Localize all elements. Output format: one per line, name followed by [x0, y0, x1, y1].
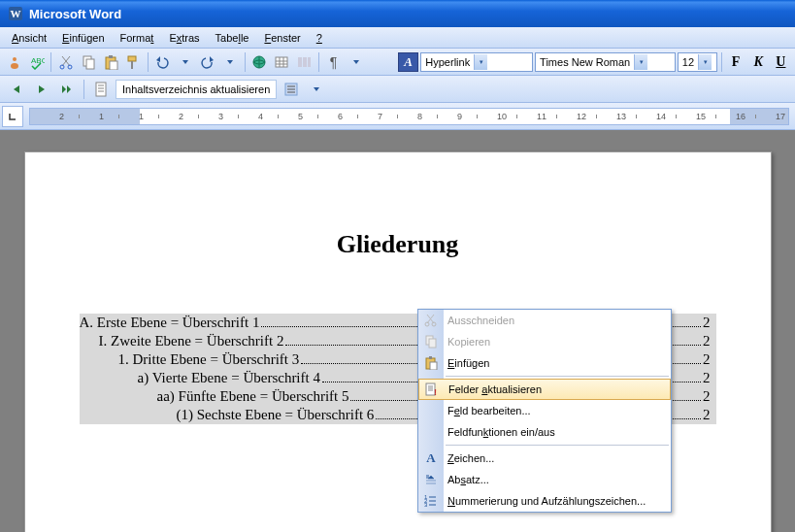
ctx-font[interactable]: A Zeichen... [418, 448, 671, 469]
cut-icon[interactable] [55, 51, 76, 73]
toc-settings-icon[interactable] [281, 79, 302, 100]
ctx-toggle-field-codes[interactable]: Feldfunktionen ein/aus [418, 421, 671, 443]
ctx-toggle-field-codes-label: Feldfunktionen ein/aus [447, 426, 555, 438]
ctx-edit-field-label: Feld bearbeiten... [447, 405, 531, 416]
svg-rect-11 [110, 61, 117, 70]
spellcheck-icon[interactable]: ABC [26, 51, 47, 73]
chevron-down-icon[interactable]: ▾ [698, 54, 712, 70]
tool-unknown-1[interactable] [4, 51, 24, 73]
toolbar2-dropdown-icon[interactable] [306, 79, 327, 100]
ctx-copy-label: Kopieren [447, 336, 490, 348]
italic-button[interactable]: K [748, 51, 769, 73]
undo-dropdown-icon[interactable] [175, 51, 195, 73]
svg-rect-24 [429, 339, 436, 348]
ruler-margin-left [30, 109, 140, 124]
ruler-tick: 15 [696, 112, 706, 121]
left-arrow-icon[interactable] [6, 79, 27, 100]
svg-rect-18 [308, 57, 311, 67]
ruler-tick: 1 [99, 112, 104, 121]
pilcrow-icon[interactable]: ¶ [323, 51, 344, 73]
paste-icon[interactable] [101, 51, 121, 73]
ruler-tick: 9 [457, 112, 462, 121]
ctx-update-fields[interactable]: ! Felder aktualisieren [418, 379, 671, 400]
separator [148, 52, 149, 72]
toc-page-number: 2 [703, 315, 716, 331]
columns-icon[interactable] [294, 51, 315, 73]
menu-ansicht[interactable]: Ansicht [4, 30, 54, 46]
redo-icon[interactable] [197, 51, 217, 73]
bold-button[interactable]: F [726, 51, 746, 73]
menu-fenster[interactable]: Fenster [256, 30, 308, 46]
toolbar-dropdown-icon[interactable] [346, 51, 366, 73]
menu-einfuegen[interactable]: Einfügen [54, 30, 112, 46]
copy-icon[interactable] [78, 51, 98, 73]
style-combo[interactable]: Hyperlink▾ [420, 52, 533, 72]
standard-toolbar: ABC ¶ A Hyperlink▾ Times New Roman▾ 12▾ … [0, 49, 795, 76]
ruler-tick: 5 [298, 112, 303, 121]
horizontal-ruler[interactable]: 211234567891011121314151617 [29, 108, 789, 125]
underline-button[interactable]: U [771, 51, 791, 73]
ctx-font-label: Zeichen... [447, 452, 494, 464]
menu-help[interactable]: ? [309, 30, 330, 46]
toc-page-number: 2 [703, 333, 716, 349]
toc-page-number: 2 [703, 370, 716, 386]
ruler-tick: 10 [497, 112, 507, 121]
chevron-down-icon[interactable]: ▾ [634, 54, 647, 70]
chevron-down-icon[interactable]: ▾ [474, 54, 487, 70]
context-menu: Ausschneiden Kopieren Einfügen ! Felder … [417, 309, 672, 513]
right-arrow-icon[interactable] [31, 79, 52, 100]
double-right-arrow-icon[interactable] [56, 79, 78, 100]
menu-tabelle[interactable]: Tabelle [208, 30, 257, 46]
ctx-edit-field[interactable]: Feld bearbeiten... [418, 400, 671, 421]
svg-rect-12 [128, 56, 136, 61]
ruler-tick: 13 [616, 112, 626, 121]
redo-dropdown-icon[interactable] [219, 51, 240, 73]
style-A-icon[interactable]: A [398, 52, 418, 72]
svg-rect-13 [131, 61, 133, 69]
ctx-paragraph[interactable]: Absatz... [418, 469, 671, 490]
app-icon: W [8, 6, 23, 21]
format-painter-icon[interactable] [123, 51, 144, 73]
ruler-tick: 6 [338, 112, 343, 121]
ruler-tick: 7 [378, 112, 382, 121]
ruler-tick: 11 [537, 112, 547, 121]
ctx-paragraph-label: Absatz... [447, 474, 489, 485]
update-toc-button[interactable]: Inhaltsverzeichnis aktualisieren [116, 80, 277, 99]
fontsize-combo[interactable]: 12▾ [678, 52, 717, 72]
menu-format[interactable]: Format [113, 30, 162, 46]
document-icon[interactable] [90, 79, 112, 100]
menu-extras[interactable]: Extras [161, 30, 207, 46]
undo-icon[interactable] [152, 51, 173, 73]
ruler-tick: 16 [736, 112, 745, 121]
ctx-bullets-label: Nummerierung und Aufzählungszeichen... [447, 495, 646, 507]
tab-selector[interactable] [2, 106, 23, 127]
ruler-tick: 17 [776, 112, 785, 121]
ruler-tick: 14 [656, 112, 666, 121]
svg-rect-15 [276, 57, 287, 67]
paragraph-icon [422, 471, 440, 488]
ruler-tick: 2 [59, 112, 64, 121]
svg-text:3: 3 [424, 502, 428, 508]
svg-text:!: ! [434, 387, 437, 396]
table-icon[interactable] [272, 51, 292, 73]
ruler-bar: 211234567891011121314151617 [0, 103, 795, 130]
svg-rect-17 [303, 57, 307, 67]
svg-rect-16 [298, 57, 302, 67]
ctx-cut: Ausschneiden [418, 310, 671, 331]
cut-icon [422, 312, 440, 329]
menu-bar: Ansicht Einfügen Format Extras Tabelle F… [0, 27, 795, 49]
svg-text:ABC: ABC [31, 56, 45, 65]
ctx-bullets[interactable]: 123 Nummerierung und Aufzählungszeichen.… [418, 490, 671, 512]
ruler-tick: 4 [258, 112, 263, 121]
ruler-tick: 1 [139, 112, 144, 121]
separator [83, 80, 84, 99]
app-title: Microsoft Word [29, 7, 121, 21]
toc-label: A. Erste Ebene = Überschrift 1 [80, 315, 260, 331]
font-combo[interactable]: Times New Roman▾ [535, 52, 676, 72]
svg-point-3 [11, 63, 18, 69]
ctx-paste[interactable]: Einfügen [418, 352, 671, 374]
bullets-icon: 123 [422, 492, 440, 510]
hyperlink-icon[interactable] [248, 51, 269, 73]
outline-toolbar: Inhaltsverzeichnis aktualisieren [0, 76, 795, 103]
ruler-tick: 12 [577, 112, 586, 121]
